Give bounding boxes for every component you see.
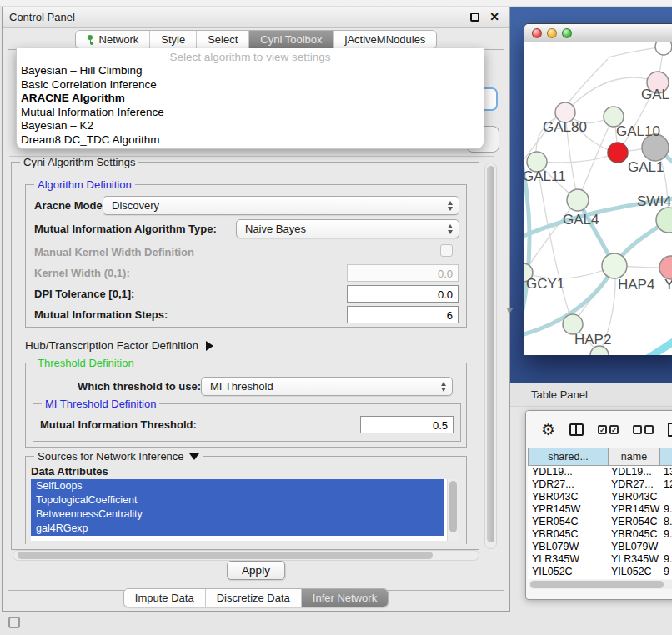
table-cell[interactable]: YDL19... [609,466,660,478]
table-cell[interactable]: YBR045C [609,528,660,541]
table-cell[interactable]: 9. [660,553,672,566]
table-cell[interactable]: YBL079W [528,541,609,553]
table-row[interactable]: YBR045CYBR045C9. [528,528,672,541]
table-cell[interactable] [660,541,672,553]
table-row[interactable]: YDL19...YDL19...13 [528,466,672,478]
table-row[interactable]: YER054CYER054C8. [528,516,672,528]
table-cell[interactable]: YDL19... [528,466,609,478]
data-attributes-list: SelfLoops TopologicalCoefficient Between… [31,479,458,541]
network-node-salmon[interactable] [659,256,672,279]
network-canvas[interactable]: GAL GAL80 GAL10 GAL1 GAL11 SWI4 GAL4 GCY… [524,42,672,355]
node-label: SWI4 [637,193,672,209]
table-cell[interactable]: 13 [660,466,672,478]
mi-algorithm-type-combobox[interactable]: Naive Bayes [236,219,459,238]
table-cell[interactable]: 8. [660,516,672,528]
algorithm-option-selected[interactable]: ARACNE Algorithm [17,92,484,106]
tab-select[interactable]: Select [196,31,248,48]
mi-threshold-field[interactable] [360,416,454,433]
column-header-clipped[interactable] [660,448,672,466]
column-header-name[interactable]: name [609,448,660,466]
tab-cyni-toolbox[interactable]: Cyni Toolbox [248,31,333,48]
algorithm-option[interactable]: Bayesian – K2 [17,119,484,133]
table-cell[interactable] [660,491,672,503]
minimize-traffic-light-icon[interactable] [547,28,557,38]
mi-steps-field[interactable] [347,306,459,323]
top-tab-group: Network Style Select Cyni Toolbox jActiv… [75,30,438,49]
which-threshold-combobox[interactable]: MI Threshold [201,377,453,396]
clear-checkboxes-icon[interactable] [633,425,654,434]
table-cell[interactable]: 9. [660,503,672,516]
algorithm-option[interactable]: Bayesian – Hill Climbing [17,64,484,78]
attributes-scrollbar[interactable] [447,479,458,541]
attribute-item-selected[interactable]: TopologicalCoefficient [31,493,444,508]
panel-toggle-icon[interactable] [8,617,20,628]
algorithm-option[interactable]: Basic Correlation Inference [17,78,484,92]
hub-tf-section-toggle[interactable]: Hub/Transcription Factor Definition [25,339,213,352]
zoom-traffic-light-icon[interactable] [562,28,572,38]
algorithm-option[interactable]: Dream8 DC_TDC Algorithm [17,133,484,148]
tab-network[interactable]: Network [76,31,150,48]
tab-infer-network[interactable]: Infer Network [301,589,388,607]
table-row[interactable]: YLR345WYLR345W9. [528,553,672,566]
manual-kernel-label: Manual Kernel Width Definition [34,246,194,258]
network-node[interactable] [655,42,672,55]
manual-kernel-checkbox[interactable] [440,244,453,257]
table-cell[interactable]: 12 [660,478,672,491]
table-row[interactable]: YIL052CYIL052C9 [528,566,672,578]
table-cell[interactable]: YER054C [528,516,609,528]
cyni-algorithm-settings-group: Cyni Algorithm Settings Algorithm Defini… [11,162,479,550]
table-row[interactable]: YBL079WYBL079W [528,541,672,553]
table-cell[interactable]: YBR043C [609,491,660,503]
table-cell[interactable]: YPR145W [609,503,660,516]
sources-group: Sources for Network Inference Data Attri… [25,456,467,544]
table-cell[interactable]: YDR27... [528,478,609,491]
network-node-gal4[interactable] [567,189,589,211]
close-icon[interactable]: ✕ [489,10,499,23]
settings-horizontal-scrollbar[interactable] [13,550,479,561]
algorithm-option[interactable]: Mutual Information Inference [17,106,484,120]
column-header-shared-name[interactable]: shared... [528,448,609,466]
table-row[interactable]: YBR043CYBR043C [528,491,672,503]
table-row[interactable]: YPR145WYPR145W9. [528,503,672,516]
attribute-item-selected[interactable]: gal4RGexp [31,522,444,536]
attribute-item-selected[interactable]: BetweennessCentrality [31,508,444,522]
table-cell[interactable]: YPR145W [528,503,609,516]
tab-discretize-data[interactable]: Discretize Data [205,589,301,607]
table-cell[interactable]: YIL052C [609,566,660,578]
table-cell[interactable]: YBL079W [609,541,660,553]
table-cell[interactable]: YLR345W [609,553,660,566]
network-node-gal1[interactable] [608,142,628,162]
node-label: GAL [641,87,669,102]
kernel-width-field[interactable] [347,264,459,282]
mi-steps-label: Mutual Information Steps: [34,308,168,321]
table-cell[interactable]: YDR27... [609,478,660,491]
apply-button[interactable]: Apply [227,561,285,580]
settings-vertical-scrollbar[interactable] [484,162,497,549]
table-row[interactable]: YDR27...YDR27...12 [528,478,672,491]
control-panel-titlebar: Control Panel ✕ [3,8,509,28]
table-cell[interactable]: YER054C [609,516,660,528]
table-cell[interactable]: 9. [660,528,672,541]
network-node-hap4[interactable] [602,253,627,278]
tab-impute-data[interactable]: Impute Data [124,589,205,607]
table-cell[interactable]: YIL052C [528,566,609,578]
tab-jactivemnodules[interactable]: jActiveMNodules [333,31,437,48]
gear-icon[interactable]: ⚙ [541,422,555,438]
table-cell[interactable]: YBR043C [528,491,609,503]
document-icon[interactable] [668,422,672,437]
app-top-strip [0,0,672,7]
columns-icon[interactable] [569,423,584,436]
table-cell[interactable]: YLR345W [528,553,609,566]
tab-style[interactable]: Style [149,31,196,48]
mi-threshold-label: Mutual Information Threshold: [40,418,197,431]
table-cell[interactable]: 9 [660,566,672,578]
aracne-mode-combobox[interactable]: Discovery [103,196,459,215]
close-traffic-light-icon[interactable] [532,28,542,38]
table-horizontal-scrollbar[interactable] [529,580,672,589]
dpi-tolerance-field[interactable] [347,285,459,302]
attribute-item-selected[interactable]: SelfLoops [31,479,444,493]
sources-group-title[interactable]: Sources for Network Inference [34,450,203,462]
float-window-icon[interactable] [470,12,479,22]
table-cell[interactable]: YBR045C [528,528,609,541]
select-all-checkboxes-icon[interactable]: ✓✓ [598,425,619,434]
